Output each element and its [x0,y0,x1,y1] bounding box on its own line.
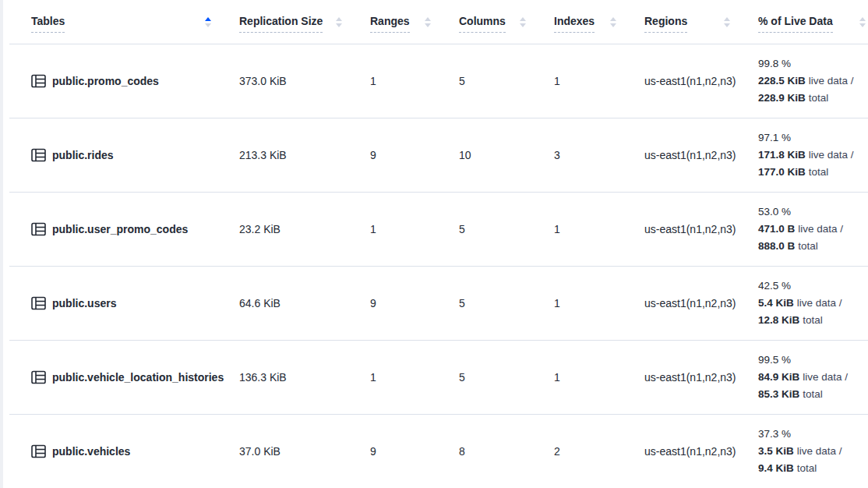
live-data-percent: 42.5 % [758,278,868,295]
table-row[interactable]: public.vehicles 37.0 KiB 9 8 2 us-east1(… [9,415,868,488]
live-data-size-line: 5.4 KiBlive data / [758,295,868,312]
columns-value: 5 [459,371,554,384]
table-row[interactable]: public.user_promo_codes 23.2 KiB 1 5 1 u… [9,193,868,267]
live-data-cell: 37.3 % 3.5 KiBlive data / 9.4 KiBtotal [758,426,868,477]
live-data-size-line: 171.8 KiBlive data / [758,147,868,164]
regions-value: us-east1(n1,n2,n3) [644,223,758,235]
live-data-size-line: 228.5 KiBlive data / [758,72,868,90]
live-data-cell: 42.5 % 5.4 KiBlive data / 12.8 KiBtotal [758,278,868,329]
total-size-line: 12.8 KiBtotal [758,312,868,329]
live-data-percent: 99.8 % [758,55,868,72]
regions-value: us-east1(n1,n2,n3) [644,75,758,87]
live-data-percent: 37.3 % [758,426,868,443]
table-icon [31,222,46,236]
column-header-label: Columns [459,15,506,33]
column-header-columns[interactable]: Columns [459,12,554,33]
column-header-live-data[interactable]: % of Live Data [758,12,868,33]
column-header-label: % of Live Data [758,15,833,33]
table-body: public.promo_codes 373.0 KiB 1 5 1 us-ea… [9,44,868,488]
regions-value: us-east1(n1,n2,n3) [644,297,758,309]
replication-size-value: 213.3 KiB [239,149,370,161]
indexes-value: 3 [554,149,644,161]
live-data-cell: 99.5 % 84.9 KiBlive data / 85.3 KiBtotal [758,352,868,403]
live-data-percent: 99.5 % [758,352,868,369]
sort-carets-icon [425,17,431,30]
indexes-value: 1 [554,223,644,235]
columns-value: 5 [459,75,554,87]
sort-carets-icon [520,17,526,30]
regions-value: us-east1(n1,n2,n3) [644,445,758,458]
sort-carets-icon [336,17,342,30]
table-row[interactable]: public.vehicle_location_histories 136.3 … [9,341,868,415]
columns-value: 5 [459,297,554,309]
replication-size-value: 23.2 KiB [239,223,370,235]
columns-value: 8 [459,445,554,458]
live-data-size-line: 3.5 KiBlive data / [758,443,868,460]
indexes-value: 2 [554,445,644,458]
total-size-line: 228.9 KiBtotal [758,90,868,107]
columns-value: 5 [459,223,554,235]
sort-carets-icon [859,17,866,30]
ranges-value: 1 [370,371,459,384]
column-header-label: Regions [644,15,687,33]
column-header-tables[interactable]: Tables [9,12,239,33]
table-name-link[interactable]: public.vehicles [52,445,130,458]
ranges-value: 1 [370,75,459,87]
total-size-line: 9.4 KiBtotal [758,460,868,477]
table-header-row: Tables Replication Size Ranges Columns I… [9,0,868,44]
total-size-line: 85.3 KiBtotal [758,386,868,403]
regions-value: us-east1(n1,n2,n3) [644,149,758,161]
total-size-line: 888.0 Btotal [758,238,868,255]
replication-size-value: 37.0 KiB [239,445,370,458]
table-name-link[interactable]: public.users [52,297,116,309]
column-header-regions[interactable]: Regions [644,12,758,33]
indexes-value: 1 [554,297,644,309]
replication-size-value: 373.0 KiB [239,75,370,87]
page-edge-strip [0,0,3,488]
indexes-value: 1 [554,75,644,87]
live-data-percent: 97.1 % [758,129,868,147]
table-icon [31,74,46,88]
sort-carets-icon [610,17,616,30]
regions-value: us-east1(n1,n2,n3) [644,371,758,384]
live-data-size-line: 471.0 Blive data / [758,221,868,238]
replication-size-value: 136.3 KiB [239,371,370,384]
column-header-label: Ranges [370,15,410,33]
live-data-cell: 53.0 % 471.0 Blive data / 888.0 Btotal [758,203,868,255]
live-data-cell: 97.1 % 171.8 KiBlive data / 177.0 KiBtot… [758,129,868,181]
ranges-value: 9 [370,445,459,458]
replication-size-value: 64.6 KiB [239,297,370,309]
total-size-line: 177.0 KiBtotal [758,164,868,181]
column-header-label: Tables [31,15,65,33]
table-row[interactable]: public.promo_codes 373.0 KiB 1 5 1 us-ea… [9,44,868,118]
table-row[interactable]: public.users 64.6 KiB 9 5 1 us-east1(n1,… [9,267,868,341]
live-data-percent: 53.0 % [758,203,868,221]
table-icon [31,296,46,310]
table-name-link[interactable]: public.vehicle_location_histories [52,371,224,384]
ranges-value: 9 [370,149,459,161]
table-icon [31,370,46,384]
ranges-value: 1 [370,223,459,235]
table-name-link[interactable]: public.user_promo_codes [52,223,188,235]
live-data-size-line: 84.9 KiBlive data / [758,369,868,386]
ranges-value: 9 [370,297,459,309]
table-row[interactable]: public.rides 213.3 KiB 9 10 3 us-east1(n… [9,118,868,193]
column-header-ranges[interactable]: Ranges [370,12,459,33]
column-header-replication-size[interactable]: Replication Size [239,12,370,33]
column-header-label: Indexes [554,15,595,33]
column-header-label: Replication Size [239,15,323,33]
table-icon [31,148,46,162]
sort-carets-icon [205,17,211,30]
table-name-link[interactable]: public.promo_codes [52,75,159,87]
columns-value: 10 [459,149,554,161]
tables-table: Tables Replication Size Ranges Columns I… [9,0,868,488]
sort-carets-icon [724,17,730,30]
table-name-link[interactable]: public.rides [52,149,114,161]
indexes-value: 1 [554,371,644,384]
live-data-cell: 99.8 % 228.5 KiBlive data / 228.9 KiBtot… [758,55,868,107]
table-icon [31,444,46,458]
column-header-indexes[interactable]: Indexes [554,12,644,33]
